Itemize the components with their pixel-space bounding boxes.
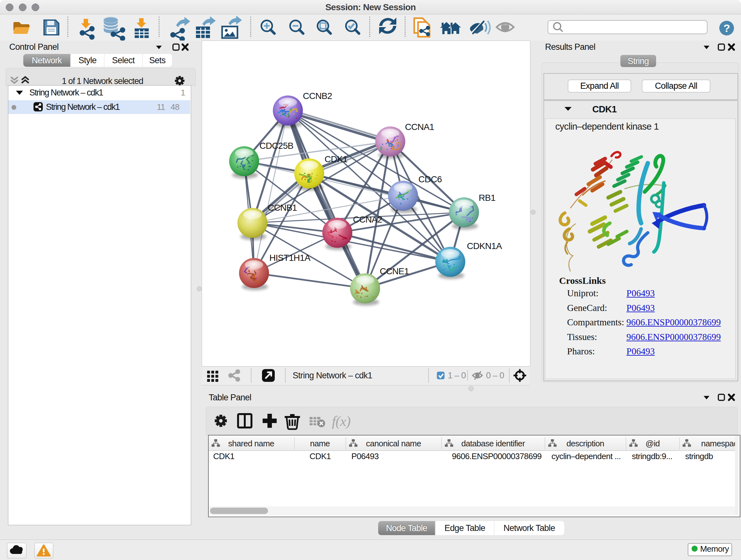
svg-text:CDC6: CDC6	[418, 174, 442, 184]
svg-text:CCNE1: CCNE1	[380, 266, 409, 276]
svg-text:CDC25B: CDC25B	[259, 141, 293, 151]
svg-text:RB1: RB1	[479, 193, 495, 203]
svg-text:HIST1H1A: HIST1H1A	[269, 253, 311, 263]
svg-text:CCNB2: CCNB2	[303, 91, 332, 101]
svg-text:String Network – cdk1: String Network – cdk1	[293, 371, 372, 380]
svg-text:f(x): f(x)	[332, 414, 350, 429]
svg-text:CDKN1A: CDKN1A	[467, 241, 502, 251]
svg-text:CCNB1: CCNB1	[268, 203, 297, 212]
svg-text:0 – 0: 0 – 0	[486, 371, 504, 380]
svg-text:?: ?	[724, 22, 730, 34]
svg-text:CDK1: CDK1	[325, 154, 347, 164]
svg-text:1 – 0: 1 – 0	[448, 371, 466, 380]
svg-text:CCNA1: CCNA1	[405, 122, 434, 132]
svg-text:CCNA2: CCNA2	[353, 214, 382, 225]
